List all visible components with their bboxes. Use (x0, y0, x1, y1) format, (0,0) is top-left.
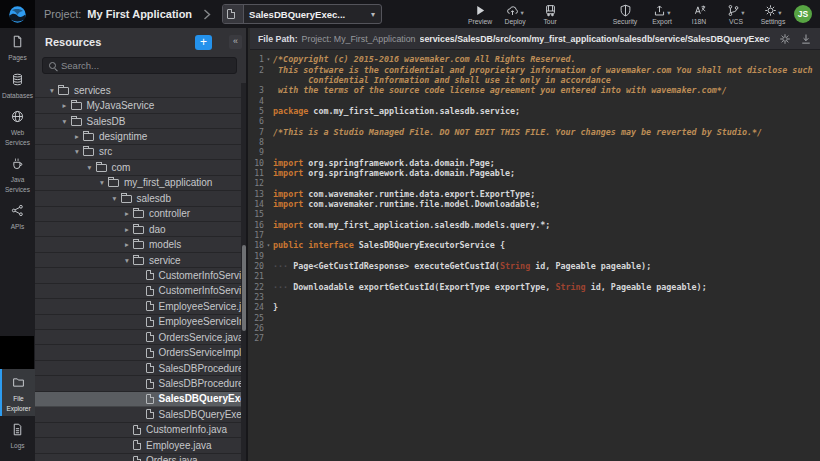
line-number: 7 (250, 127, 264, 137)
collapse-panel-button[interactable]: « (229, 35, 242, 49)
sidebar-item-logs[interactable]: Logs (0, 416, 35, 454)
folder-icon (83, 133, 94, 141)
line-number: 18 (250, 240, 264, 250)
preview-label: Preview (468, 18, 492, 25)
tree-item-dao[interactable]: ▸dao (35, 222, 243, 237)
nodes-icon (11, 203, 24, 221)
chevron-down-icon: ▾ (59, 117, 71, 126)
tree-item-controller[interactable]: ▸controller (35, 207, 243, 222)
file-icon (146, 348, 154, 358)
tree-item-customerinfoservice-java[interactable]: CustomerInfoService.java (35, 268, 243, 283)
tree-item-service[interactable]: ▾service (35, 253, 243, 268)
folder-icon (96, 164, 107, 172)
chevron-right-icon: ▸ (59, 101, 71, 110)
play-icon (474, 3, 487, 17)
tree-item-services[interactable]: ▾services (35, 83, 243, 98)
tree-item-salesdb[interactable]: ▾salesdb (35, 191, 243, 206)
code-line: 10import org.springframework.data.domain… (250, 157, 820, 167)
tree-item-label: Orders.java (146, 455, 198, 461)
toolbar-right-actions: Security▾ExportI18N▾VCS▾Settings (611, 3, 787, 25)
resources-search-box (42, 57, 237, 74)
gear-icon[interactable] (779, 33, 791, 45)
tree-item-salesdb[interactable]: ▾SalesDB (35, 114, 243, 129)
preview-button[interactable]: Preview (466, 3, 494, 25)
add-resource-button[interactable]: + (195, 35, 212, 50)
file-icon (133, 440, 141, 450)
tree-item-employeeserviceimpl-java[interactable]: EmployeeServiceImpl.java (35, 315, 243, 330)
tree-item-salesdbqueryexecutorserviceimpl-java[interactable]: SalesDBQueryExecutorServiceImpl.java (35, 407, 243, 422)
chevron-down-icon: ▾ (741, 9, 744, 17)
open-file-tab-label: SalesDBQueryExec... (244, 9, 371, 20)
code-line: 1▾/*Copyright (c) 2015-2016 wavemaker.co… (250, 54, 820, 64)
fold-arrow-icon[interactable]: ▾ (264, 56, 273, 62)
code-line: 7/*This is a Studio Managed File. DO NOT… (250, 126, 820, 136)
tree-item-label: SalesDB (87, 116, 126, 127)
tree-item-src[interactable]: ▾src (35, 145, 243, 160)
wavemaker-logo-icon[interactable] (0, 0, 35, 28)
sidebar-item-web-services[interactable]: WebServices (0, 103, 35, 150)
i18n-button[interactable]: I18N (685, 3, 713, 25)
tree-item-my_first_application[interactable]: ▾my_first_application (35, 176, 243, 191)
tree-item-com[interactable]: ▾com (35, 160, 243, 175)
file-icon (146, 332, 154, 342)
sidebar-item-databases[interactable]: Databases (0, 66, 35, 104)
export-icon: ▾ (653, 3, 670, 17)
tree-item-employeeservice-java[interactable]: EmployeeService.java (35, 299, 243, 314)
tree-item-orders-java[interactable]: Orders.java (35, 454, 243, 461)
vcs-button[interactable]: ▾VCS (722, 3, 750, 25)
tree-item-employee-java[interactable]: Employee.java (35, 438, 243, 453)
tree-item-salesdbprocedureexecutorserviceimpl-java[interactable]: SalesDBProcedureExecutorServiceImpl.java (35, 376, 243, 391)
search-input[interactable] (61, 60, 230, 71)
code-line: 12 (250, 178, 820, 188)
tree-item-label: CustomerInfoService.java (159, 270, 244, 281)
security-label: Security (613, 18, 638, 25)
file-icon (146, 317, 154, 327)
resources-panel: Resources + « ▾services▸MyJavaService▾Sa… (35, 28, 248, 461)
deploy-button[interactable]: ▾Deploy (501, 3, 529, 25)
security-button[interactable]: Security (611, 3, 639, 25)
open-file-tab[interactable]: SalesDBQueryExec... ▾ (222, 4, 382, 24)
chevron-down-icon: ▾ (96, 178, 108, 187)
tree-item-customerinfo-java[interactable]: CustomerInfo.java (35, 423, 243, 438)
tree-item-customerinfoserviceimpl-java[interactable]: CustomerInfoServiceImpl.java (35, 284, 243, 299)
fold-arrow-icon[interactable]: ▾ (264, 242, 273, 248)
code-line: 15 (250, 209, 820, 219)
tree-scrollbar (241, 83, 246, 461)
resources-title: Resources (45, 36, 195, 48)
chevron-down-icon: ▾ (109, 194, 121, 203)
line-number: 2 (250, 65, 264, 75)
tree-item-salesdbqueryexecutorservice-java[interactable]: SalesDBQueryExecutorService.java (35, 392, 243, 407)
tree-item-salesdbprocedureexecutorservice-java[interactable]: SalesDBProcedureExecutorService.java (35, 361, 243, 376)
tree-scrollbar-thumb[interactable] (242, 245, 246, 331)
tree-item-models[interactable]: ▸models (35, 237, 243, 252)
sidebar-item-file-explorer[interactable]: FileExplorer (0, 369, 35, 416)
tree-item-designtime[interactable]: ▸designtime (35, 129, 243, 144)
code-area[interactable]: 1▾/*Copyright (c) 2015-2016 wavemaker.co… (250, 50, 820, 461)
rail-divider-block (0, 336, 34, 369)
user-avatar[interactable]: JS (794, 5, 812, 23)
export-button[interactable]: ▾Export (648, 3, 676, 25)
line-number: 13 (250, 189, 264, 199)
chevron-right-icon: ▸ (71, 132, 83, 141)
folder-icon (133, 241, 144, 249)
settings-button[interactable]: ▾Settings (759, 3, 787, 25)
tree-item-label: SalesDBProcedureExecutorServiceImpl.java (159, 378, 244, 389)
tree-item-label: controller (149, 208, 190, 219)
tree-item-ordersserviceimpl-java[interactable]: OrdersServiceImpl.java (35, 345, 243, 360)
code-line: 23 (250, 292, 820, 302)
tour-button[interactable]: Tour (536, 3, 564, 25)
line-number: 26 (250, 323, 264, 333)
tree-item-myjavaservice[interactable]: ▸MyJavaService (35, 98, 243, 113)
sidebar-item-apis[interactable]: APIs (0, 197, 35, 235)
sidebar-item-java-services[interactable]: JavaServices (0, 150, 35, 197)
topbar: Project: My First Application SalesDBQue… (0, 0, 820, 28)
left-rail: PagesDatabasesWebServicesJavaServicesAPI… (0, 28, 35, 461)
download-icon[interactable] (800, 33, 812, 45)
line-number: 22 (250, 282, 264, 292)
sidebar-item-pages[interactable]: Pages (0, 28, 35, 66)
tree-item-ordersservice-java[interactable]: OrdersService.java (35, 330, 243, 345)
file-tree: ▾services▸MyJavaService▾SalesDB▸designti… (35, 83, 243, 461)
folder-icon (108, 179, 119, 187)
code-line: Confidential Information and shall use i… (250, 75, 820, 85)
file-icon (146, 270, 154, 280)
